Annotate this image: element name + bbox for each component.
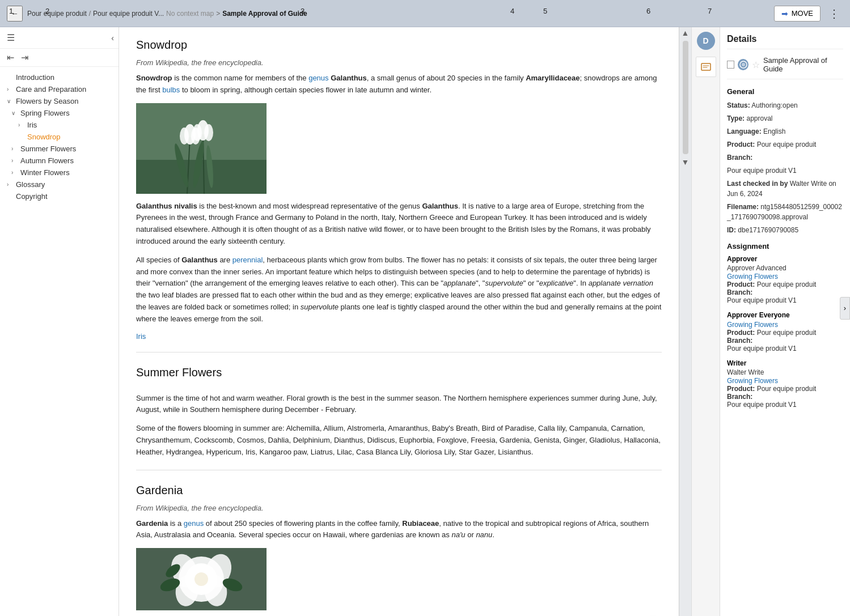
details-approver-everyone-branch-value: Pour equipe produit V1 [727,345,843,352]
snowdrop-para-2: Galanthus nivalis is the best-known and … [136,201,662,248]
details-status-label: Status: [727,101,750,109]
details-approver-everyone-label: Approver Everyone [727,311,843,319]
expand-icon: › [11,158,18,164]
details-approver-link[interactable]: Growing Flowers [727,273,778,281]
svg-point-20 [194,572,208,586]
sidebar-item-spring-flowers[interactable]: ∨ Spring Flowers [0,107,119,119]
breadcrumb-item-1[interactable]: Pour equipe produit [27,10,87,18]
hamburger-icon-button[interactable]: ☰ [5,31,17,44]
details-approver-value: Approver Advanced [727,264,843,272]
sidebar-item-summer-flowers[interactable]: › Summer Flowers [0,143,119,155]
sidebar-item-label: Summer Flowers [20,145,76,153]
details-last-checked-label: Last checked in by [727,180,788,188]
details-branch: Branch: [727,152,843,163]
expand-icon: ∨ [11,110,18,116]
top-bar: ← Pour equipe produit / Pour equipe prod… [0,0,850,27]
svg-point-8 [193,124,202,141]
svg-point-9 [204,124,213,141]
sidebar: ☰ ‹ ⇤ ⇥ Introduction › Care and Preparat… [0,27,119,616]
details-type-label: Type: [727,114,745,122]
breadcrumb-sep-2: > [216,10,220,18]
expand-icon: › [11,169,18,176]
summer-flowers-para-1: Summer is the time of hot and warm weath… [136,393,662,417]
indent-increase-button[interactable]: ⇥ [19,51,31,64]
breadcrumb-item-2[interactable]: Pour equipe produit V... [93,10,164,18]
details-header: Details [727,34,843,49]
sidebar-item-flowers-by-season[interactable]: ∨ Flowers by Season [0,95,119,107]
details-writer-link[interactable]: Growing Flowers [727,377,778,385]
scroll-down-button[interactable]: ▼ [680,156,691,168]
right-panel-collapse-button[interactable]: › [840,297,850,320]
details-writer-product: Product: Pour equipe produit [727,385,843,393]
snowdrop-para-3: All species of Galanthus are perennial, … [136,254,662,325]
genus-link-1[interactable]: genus [308,74,328,82]
details-writer-value: Walter Write [727,368,843,376]
snowdrop-subtitle: From Wikipedia, the free encyclopedia. [136,58,662,67]
details-last-checked: Last checked in by Walter Write on Jun 6… [727,179,843,199]
details-avatar: D [697,32,715,50]
details-approver-everyone-link[interactable]: Growing Flowers [727,321,778,329]
bulbs-link[interactable]: bulbs [162,86,180,94]
doc-scrollbar[interactable]: ▲ ▼ [679,27,691,616]
sidebar-item-snowdrop[interactable]: Snowdrop [0,131,119,143]
details-language-value: English [763,128,785,135]
details-type-value: approval [746,114,772,122]
sidebar-item-label: Copyright [16,192,48,201]
details-filename: Filename: ntg1584480512599_00002_1717690… [727,202,843,222]
details-approver-branch-label: Branch: [727,288,843,296]
sidebar-collapse-button[interactable]: ‹ [111,33,114,43]
perennial-link[interactable]: perennial [232,256,263,264]
indent-decrease-button[interactable]: ⇤ [5,51,16,64]
sidebar-item-glossary[interactable]: › Glossary [0,179,119,190]
sidebar-item-autumn-flowers[interactable]: › Autumn Flowers [0,155,119,167]
move-label: MOVE [792,9,813,18]
details-product-value: Pour equipe produit [757,141,817,148]
details-writer-block: Writer Walter Write Growing Flowers Prod… [727,359,843,409]
gardenia-para-1: Gardenia is a genus of about 250 species… [136,518,662,542]
details-doc-name: Sample Approval of Guide [763,56,843,73]
details-panel: D Details [692,27,850,616]
sidebar-item-care-preparation[interactable]: › Care and Preparation [0,83,119,95]
iris-link[interactable]: Iris [136,332,146,341]
details-id: ID: dbe1717690790085 [727,225,843,235]
details-type: Type: approval [727,113,843,124]
sidebar-item-label: Care and Preparation [16,85,86,94]
details-tab-active[interactable] [696,57,716,77]
details-approver-label: Approver [727,255,843,263]
details-general-title: General [727,87,843,96]
summer-flowers-section-title: Summer Flowers [136,366,662,379]
details-branch-label: Branch: [727,154,752,162]
genus-link-2[interactable]: genus [184,519,204,528]
expand-icon: › [7,86,14,92]
details-checkbox[interactable] [727,61,734,69]
breadcrumb-sep-1: / [89,10,91,18]
back-button[interactable]: ← [7,6,23,22]
move-button[interactable]: ➡ MOVE [774,6,821,22]
sidebar-item-copyright[interactable]: Copyright [0,190,119,202]
details-branch-val: Pour equipe produit V1 [727,167,797,175]
sidebar-item-label: Flowers by Season [16,97,79,105]
section-divider-2 [136,470,662,470]
details-approver-product: Product: Pour equipe produit [727,281,843,288]
details-filename-label: Filename: [727,203,759,211]
move-icon: ➡ [781,9,788,18]
sidebar-item-winter-flowers[interactable]: › Winter Flowers [0,167,119,179]
details-writer-branch-label: Branch: [727,393,843,401]
scroll-up-button[interactable]: ▲ [680,27,691,39]
kebab-menu-button[interactable]: ⋮ [825,6,843,22]
details-star-icon[interactable]: ☆ [752,60,760,70]
doc-area[interactable]: Snowdrop From Wikipedia, the free encycl… [119,27,679,616]
sidebar-toolbar: ☰ ‹ [0,27,119,49]
details-content: Details ☆ Sample Approval of Guide Gener… [720,27,850,616]
summer-flowers-para-2: Some of the flowers blooming in summer a… [136,423,662,458]
details-approver-everyone-product: Product: Pour equipe produit [727,329,843,337]
snowdrop-section-title: Snowdrop [136,39,662,52]
snowdrop-para-1: Snowdrop is the common name for members … [136,73,662,96]
details-assignment-title: Assignment [727,242,843,250]
details-doc-icon [738,59,748,70]
expand-icon: › [11,146,18,152]
top-bar-actions: ➡ MOVE ⋮ [774,6,843,22]
sidebar-item-iris[interactable]: › Iris [0,119,119,131]
sidebar-item-introduction[interactable]: Introduction [0,71,119,83]
details-product-label: Product: [727,141,755,148]
